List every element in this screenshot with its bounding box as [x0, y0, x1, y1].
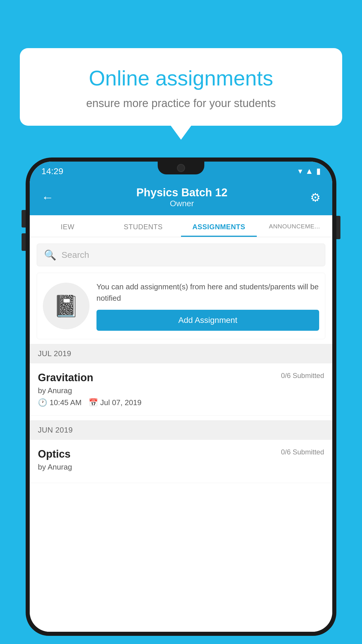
tab-students[interactable]: STUDENTS	[106, 215, 181, 237]
search-bar[interactable]: 🔍 Search	[37, 244, 325, 266]
wifi-icon: ▾	[298, 166, 302, 176]
phone-frame: 14:29 ▾ ▲ ▮ ← Physics Batch 12 Owner ⚙ I…	[26, 158, 336, 644]
tab-assignments[interactable]: ASSIGNMENTS	[181, 215, 257, 237]
phone-vol-up-button	[22, 210, 26, 228]
list-item[interactable]: Optics 0/6 Submitted by Anurag	[30, 440, 332, 483]
clock-icon: 🕐	[38, 398, 47, 407]
list-item[interactable]: Gravitation 0/6 Submitted by Anurag 🕐 10…	[30, 363, 332, 416]
promo-card: 📓 You can add assignment(s) from here an…	[37, 273, 325, 339]
assignment-name: Optics	[38, 448, 71, 460]
content-area: 🔍 Search 📓 You can add assignment(s) fro…	[30, 237, 332, 632]
back-button[interactable]: ←	[41, 190, 54, 204]
assignment-name: Gravitation	[38, 372, 93, 384]
meta-time: 🕐 10:45 AM	[38, 398, 82, 407]
section-header-jun: JUN 2019	[30, 420, 332, 440]
settings-button[interactable]: ⚙	[310, 191, 321, 204]
signal-icon: ▲	[305, 167, 313, 176]
status-icons: ▾ ▲ ▮	[298, 166, 321, 176]
assignment-row1: Optics 0/6 Submitted	[38, 448, 324, 460]
phone-camera	[177, 164, 185, 172]
add-assignment-button[interactable]: Add Assignment	[96, 310, 319, 331]
assignment-date: Jul 07, 2019	[100, 398, 142, 407]
phone-notch	[158, 162, 204, 174]
meta-date: 📅 Jul 07, 2019	[89, 398, 142, 407]
app-header: ← Physics Batch 12 Owner ⚙	[30, 181, 332, 215]
phone-vol-down-button	[22, 233, 26, 251]
battery-icon: ▮	[316, 166, 321, 176]
search-placeholder: Search	[61, 250, 89, 260]
phone-outer: 14:29 ▾ ▲ ▮ ← Physics Batch 12 Owner ⚙ I…	[26, 158, 336, 636]
assignment-by: by Anurag	[38, 463, 324, 472]
calendar-icon: 📅	[89, 398, 98, 407]
speech-bubble-container: Online assignments ensure more practice …	[20, 48, 342, 126]
promo-right: You can add assignment(s) from here and …	[96, 281, 319, 331]
assignment-time: 10:45 AM	[50, 398, 82, 407]
assignment-meta: 🕐 10:45 AM 📅 Jul 07, 2019	[38, 398, 324, 407]
header-title-area: Physics Batch 12 Owner	[136, 186, 228, 208]
promo-icon-circle: 📓	[43, 283, 89, 329]
assignment-row1: Gravitation 0/6 Submitted	[38, 372, 324, 384]
tabs-row: IEW STUDENTS ASSIGNMENTS ANNOUNCEME...	[30, 215, 332, 237]
speech-bubble: Online assignments ensure more practice …	[20, 48, 342, 126]
assignment-submitted: 0/6 Submitted	[281, 372, 324, 380]
assignment-by: by Anurag	[38, 386, 324, 395]
phone-screen: 14:29 ▾ ▲ ▮ ← Physics Batch 12 Owner ⚙ I…	[30, 162, 332, 632]
header-subtitle: Owner	[136, 199, 228, 208]
assignment-submitted: 0/6 Submitted	[281, 448, 324, 456]
promo-text: You can add assignment(s) from here and …	[96, 281, 319, 304]
phone-power-button	[336, 216, 340, 239]
notebook-icon: 📓	[53, 294, 79, 318]
header-title: Physics Batch 12	[136, 186, 228, 199]
section-header-jul: JUL 2019	[30, 344, 332, 363]
status-time: 14:29	[41, 166, 63, 176]
speech-bubble-title: Online assignments	[37, 66, 325, 91]
search-icon: 🔍	[44, 249, 56, 261]
tab-announcements[interactable]: ANNOUNCEME...	[257, 215, 333, 237]
speech-bubble-subtitle: ensure more practice for your students	[37, 97, 325, 110]
tab-iew[interactable]: IEW	[30, 215, 106, 237]
